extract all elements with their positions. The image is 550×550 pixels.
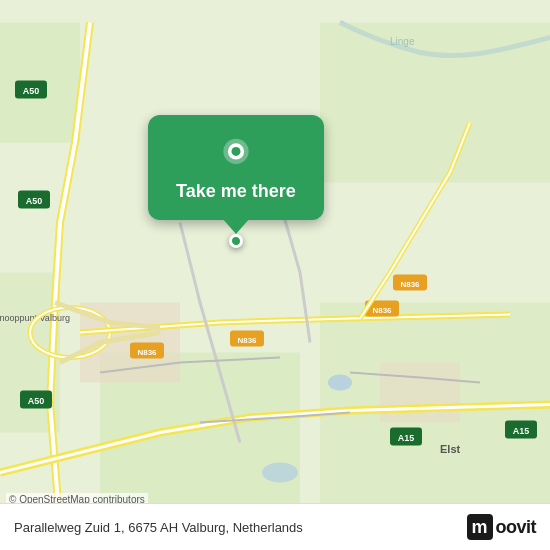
svg-rect-7 xyxy=(380,363,460,423)
svg-text:N836: N836 xyxy=(237,336,257,345)
popup-bubble[interactable]: Take me there xyxy=(148,115,324,220)
moovit-text: oovit xyxy=(496,517,537,538)
svg-text:A50: A50 xyxy=(28,396,45,406)
take-me-there-button[interactable]: Take me there xyxy=(176,181,296,202)
svg-point-34 xyxy=(231,147,240,156)
map-svg: Linge A50 A50 A50 knooppunt Valburg N836 xyxy=(0,0,550,550)
map-container: Linge A50 A50 A50 knooppunt Valburg N836 xyxy=(0,0,550,550)
address-text: Parallelweg Zuid 1, 6675 AH Valburg, Net… xyxy=(14,520,303,535)
svg-rect-2 xyxy=(320,23,550,183)
moovit-m-logo: m xyxy=(467,514,493,540)
svg-text:A15: A15 xyxy=(513,426,530,436)
popup-container[interactable]: Take me there xyxy=(148,115,324,248)
location-pin-icon xyxy=(218,137,254,173)
map-pin-dot xyxy=(229,234,243,248)
svg-point-30 xyxy=(328,375,352,391)
moovit-logo: m oovit xyxy=(467,514,537,540)
svg-text:N836: N836 xyxy=(372,306,392,315)
svg-text:N836: N836 xyxy=(400,280,420,289)
svg-text:A50: A50 xyxy=(23,86,40,96)
svg-text:Elst: Elst xyxy=(440,443,461,455)
svg-text:A50: A50 xyxy=(26,196,43,206)
bottom-bar: Parallelweg Zuid 1, 6675 AH Valburg, Net… xyxy=(0,503,550,550)
svg-point-31 xyxy=(262,463,298,483)
svg-text:A15: A15 xyxy=(398,433,415,443)
svg-text:N836: N836 xyxy=(137,348,157,357)
